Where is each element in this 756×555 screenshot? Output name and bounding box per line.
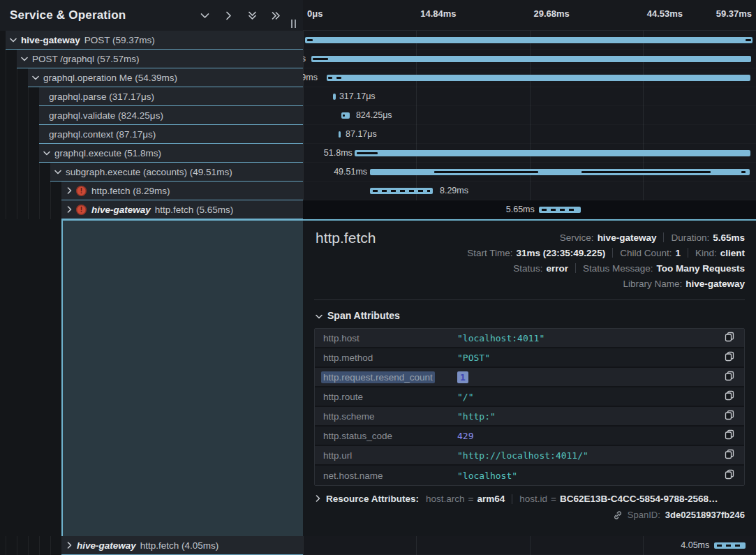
error-icon: ! [76,186,87,196]
copy-value-button[interactable] [723,428,736,443]
meta-label: Status: [513,263,542,274]
meta-line: Status:errorStatus Message:Too Many Requ… [513,260,745,276]
equals-sign: = [551,494,556,504]
attr-row-http-request-resend-count: http.request.resend_count1 [315,368,744,387]
span-name: hive-gatewayPOST (59.37ms) [21,35,155,45]
span-id-value: 3de02518937fb246 [665,510,745,520]
child-span-mark [581,171,711,173]
span-bar[interactable] [355,150,750,156]
span-name: graphql.operation Me (54.39ms) [43,73,177,83]
tree-row-http-fetch-565[interactable]: !hive-gatewayhttp.fetch (5.65ms) [0,200,303,219]
span-attributes-toggle[interactable]: Span Attributes [314,300,745,328]
chevrons-right-icon[interactable] [270,10,281,21]
duration-label: 54.39ms [303,73,318,82]
chevron-right-icon[interactable] [64,204,75,215]
copy-value-button[interactable] [723,408,736,424]
copy-icon [725,469,734,482]
attr-value: "localhost" [457,471,517,481]
timeline-rows: 57.57ms54.39ms317.17μs824.25μs87.17μs51.… [303,31,756,219]
chevron-down-icon[interactable] [19,53,30,64]
chevron-right-icon[interactable] [64,185,75,196]
duration-label: 317.17μs [339,91,376,101]
tree-row-subgraph-execute-accounts[interactable]: subgraph.execute (accounts) (49.51ms) [0,163,303,182]
tree-row-content[interactable]: graphql.validate (824.25μs) [39,106,303,125]
tree-row-graphql-context[interactable]: graphql.context (87.17μs) [0,125,303,144]
tree-row-content[interactable]: POST /graphql (57.57ms) [17,50,303,68]
span-name: graphql.context (87.17μs) [49,129,156,140]
resource-attributes-row[interactable]: Resource Attributes:host.arch=arm64host.… [314,494,745,504]
tree-row-graphql-parse[interactable]: graphql.parse (317.17μs) [0,87,303,106]
copy-value-button[interactable] [723,468,736,483]
separator [688,248,688,258]
copy-value-button[interactable] [723,447,736,463]
span-bar[interactable] [311,56,752,62]
tree-row-post-graphql[interactable]: POST /graphql (57.57ms) [0,50,303,68]
span-bar[interactable] [327,75,750,81]
service-name: hive-gateway [91,205,151,215]
child-span-mark [434,171,538,173]
span-bar[interactable] [714,542,746,549]
chevrons-down-icon[interactable] [246,10,258,21]
duration-label: 87.17μs [346,129,377,139]
tree-row-content[interactable]: hive-gatewayPOST (59.37ms) [6,31,303,50]
meta-value: 31ms (23:35:49.225) [517,248,606,258]
chevron-right-icon[interactable] [223,10,234,21]
link-icon[interactable] [613,510,623,520]
tree-row-graphql-execute[interactable]: graphql.execute (51.8ms) [0,144,303,163]
tree-row-content[interactable]: graphql.execute (51.8ms) [39,144,303,163]
child-span-mark [313,58,327,60]
timeline-ruler: 0μs14.84ms29.68ms44.53ms59.37ms [303,0,756,31]
chevron-down-icon[interactable] [30,72,41,83]
tree-row-hive-gateway-post[interactable]: hive-gatewayPOST (59.37ms) [0,31,303,50]
span-name: subgraph.execute (accounts) (49.51ms) [66,167,232,177]
copy-icon [725,390,734,403]
tree-row-content[interactable]: subgraph.execute (accounts) (49.51ms) [50,163,303,182]
attr-row-http-status-code: http.status_code429 [315,427,744,446]
span-name: graphql.validate (824.25μs) [49,110,163,121]
separator [575,263,576,273]
span-id-label: SpanID: [628,510,660,520]
chevron-down-icon[interactable] [199,10,210,21]
chevron-right-icon [316,494,326,504]
copy-icon [725,449,734,461]
chevron-right-icon[interactable] [64,540,75,551]
timeline-row-graphql-validate: 824.25μs [303,106,756,125]
panel-resize-handle[interactable] [291,20,296,28]
timeline-row-graphql-context: 87.17μs [303,125,756,144]
tree-row-content[interactable]: graphql.context (87.17μs) [39,125,303,144]
tree-row-http-fetch-829[interactable]: !http.fetch (8.29ms) [0,182,303,200]
duration-label: 5.65ms [506,205,535,214]
span-bar[interactable] [305,37,753,43]
meta-label: Duration: [671,232,709,243]
copy-value-button[interactable] [723,350,736,365]
tree-row-graphql-operation-me[interactable]: graphql.operation Me (54.39ms) [0,68,303,87]
copy-value-button[interactable] [723,389,736,404]
tree-row-content[interactable]: !hive-gatewayhttp.fetch (5.65ms) [61,200,303,219]
chevron-down-icon[interactable] [52,166,64,177]
span-bar[interactable] [333,94,336,100]
copy-icon [725,351,734,364]
copy-value-button[interactable] [723,330,736,346]
tree-row-graphql-validate[interactable]: graphql.validate (824.25μs) [0,106,303,125]
span-bar[interactable] [370,188,433,194]
tree-row-content[interactable]: graphql.parse (317.17μs) [39,87,303,106]
equals-sign: = [468,494,474,504]
chevron-down-icon[interactable] [41,147,52,158]
timeline-row-http-fetch-565: 5.65ms [303,200,756,219]
timeline-bottom-row: 4.05ms [303,536,756,555]
tree-row-http-fetch-405[interactable]: hive-gatewayhttp.fetch (4.05ms) [0,536,303,555]
span-bar[interactable] [339,131,341,138]
timeline-row-hive-gateway-post [303,31,756,50]
duration-label: 57.57ms [303,54,306,64]
attr-value: "POST" [457,353,490,363]
child-span-mark [328,77,332,79]
tree-row-content[interactable]: !http.fetch (8.29ms) [61,182,303,200]
span-bar[interactable] [539,207,581,213]
meta-value: hive-gateway [685,279,745,289]
chevron-down-icon[interactable] [8,34,19,45]
copy-value-button[interactable] [723,369,736,385]
duration-label: 824.25μs [356,110,392,120]
tree-row-content[interactable]: graphql.operation Me (54.39ms) [28,68,303,87]
timeline-row-graphql-parse: 317.17μs [303,87,756,106]
tree-row-content[interactable]: hive-gatewayhttp.fetch (4.05ms) [61,536,303,555]
